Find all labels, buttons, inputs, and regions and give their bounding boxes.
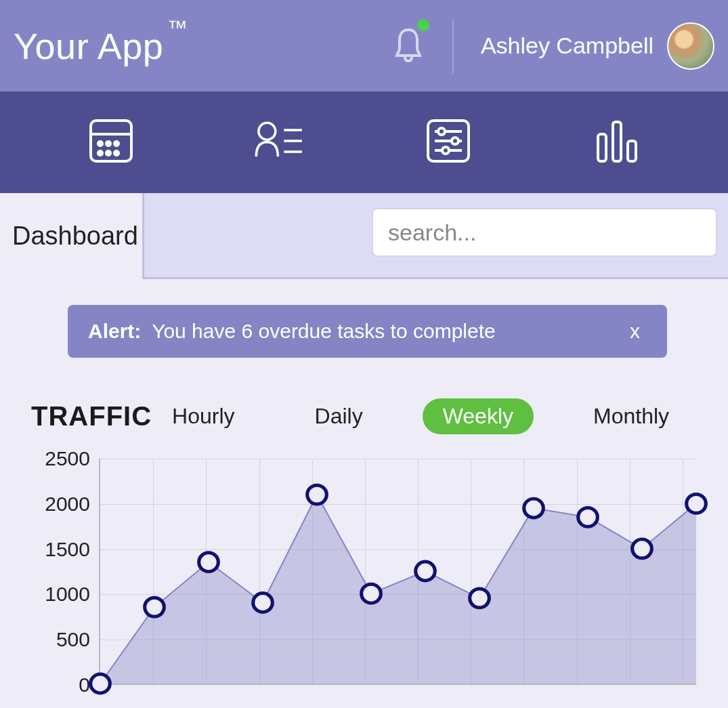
svg-point-6 (106, 151, 110, 155)
alert-close-button[interactable]: x (623, 317, 647, 346)
nav-dates[interactable] (84, 114, 138, 171)
chart-point[interactable] (199, 553, 219, 572)
chart-point[interactable] (362, 584, 381, 603)
chart-point[interactable] (253, 594, 273, 612)
traffic-tab-weekly[interactable]: Weekly (423, 398, 534, 434)
bell-icon (391, 54, 425, 65)
traffic-header: TRAFFIC Hourly Daily Weekly Monthly (0, 358, 728, 434)
settings-panel-icon (421, 159, 475, 170)
sub-header: Dashboard (0, 193, 728, 279)
chart-y-tick: 2000 (45, 493, 90, 516)
alert-prefix: Alert: (88, 320, 141, 342)
chart-y-axis: 05001000150020002500 (31, 455, 95, 692)
notifications-button[interactable] (391, 26, 425, 66)
nav-contacts[interactable] (253, 114, 307, 171)
traffic-tab-hourly[interactable]: Hourly (152, 398, 255, 434)
svg-point-7 (114, 151, 119, 155)
header-divider (452, 19, 454, 73)
chart-y-tick: 1000 (45, 583, 90, 606)
page-title-wrap: Dashboard (0, 193, 142, 279)
chart-y-tick: 0 (79, 673, 90, 696)
traffic-chart: 05001000150020002500 (31, 455, 696, 692)
stats-icon (590, 159, 644, 170)
alert-text: Alert: You have 6 overdue tasks to compl… (88, 320, 623, 343)
avatar[interactable] (667, 22, 714, 70)
page-title: Dashboard (12, 222, 138, 251)
chart-point[interactable] (416, 562, 435, 581)
svg-point-14 (438, 128, 445, 135)
dates-icon (84, 159, 138, 170)
chart-point[interactable] (524, 499, 544, 518)
svg-rect-20 (613, 122, 621, 161)
svg-point-2 (98, 142, 102, 146)
chart-point[interactable] (633, 539, 652, 558)
svg-point-3 (106, 142, 110, 146)
chart-y-tick: 2500 (45, 447, 90, 470)
svg-rect-19 (598, 134, 606, 161)
app-title-text: Your App (14, 26, 163, 66)
chart-point[interactable] (145, 598, 165, 617)
app-title: Your App™ (14, 25, 188, 67)
svg-point-8 (259, 123, 276, 140)
traffic-tab-monthly[interactable]: Monthly (573, 398, 689, 434)
nav-stats[interactable] (590, 114, 644, 171)
nav-bar (0, 91, 728, 193)
svg-point-5 (98, 151, 102, 155)
trademark: ™ (167, 16, 188, 39)
notification-unread-dot (417, 19, 429, 31)
chart-point[interactable] (578, 507, 598, 526)
chart-point[interactable] (91, 674, 110, 693)
app-header: Your App™ Ashley Campbell (0, 0, 728, 91)
traffic-tab-daily[interactable]: Daily (295, 398, 383, 434)
contacts-icon (253, 159, 307, 170)
svg-rect-21 (628, 141, 636, 161)
chart-y-tick: 500 (56, 628, 90, 651)
svg-point-4 (114, 142, 119, 146)
traffic-tabs: Hourly Daily Weekly Monthly (152, 398, 689, 434)
chart-plot-area (99, 459, 696, 685)
alert-banner: Alert: You have 6 overdue tasks to compl… (68, 305, 667, 358)
chart-point[interactable] (470, 589, 490, 608)
traffic-title: TRAFFIC (31, 401, 152, 432)
chart-y-tick: 1500 (45, 538, 90, 561)
chart-point[interactable] (687, 494, 706, 513)
user-name[interactable]: Ashley Campbell (481, 33, 654, 59)
svg-point-18 (442, 147, 449, 154)
chart-point[interactable] (307, 485, 327, 504)
nav-settings-panel[interactable] (421, 114, 475, 171)
alert-message: You have 6 overdue tasks to complete (152, 320, 496, 342)
search-input[interactable] (372, 208, 717, 257)
search-area (142, 193, 728, 279)
svg-point-16 (452, 138, 458, 144)
